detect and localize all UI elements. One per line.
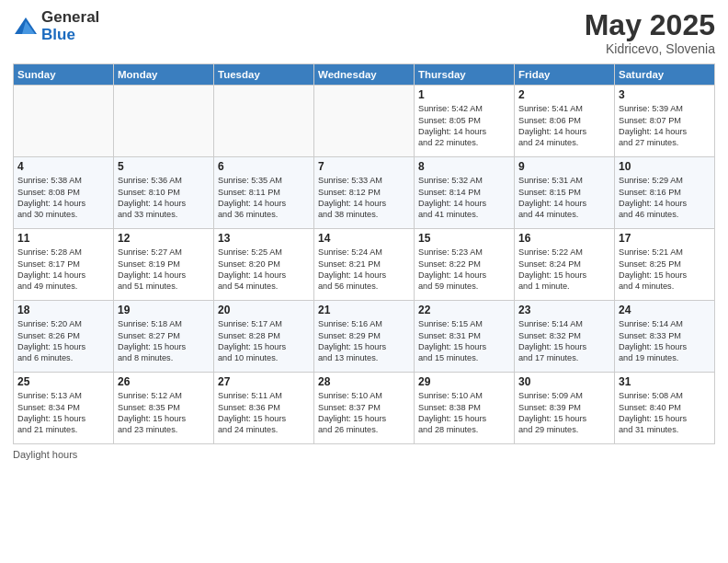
day-number: 28 <box>318 375 410 388</box>
calendar-cell: 28Sunrise: 5:10 AM Sunset: 8:37 PM Dayli… <box>314 373 415 444</box>
calendar-cell: 30Sunrise: 5:09 AM Sunset: 8:39 PM Dayli… <box>515 373 615 444</box>
calendar-cell: 14Sunrise: 5:24 AM Sunset: 8:21 PM Dayli… <box>314 229 415 301</box>
day-number: 6 <box>218 160 310 173</box>
day-detail: Sunrise: 5:22 AM Sunset: 8:24 PM Dayligh… <box>518 247 610 293</box>
calendar-cell: 25Sunrise: 5:13 AM Sunset: 8:34 PM Dayli… <box>14 373 114 444</box>
day-detail: Sunrise: 5:28 AM Sunset: 8:17 PM Dayligh… <box>17 247 109 293</box>
logo-blue-label: Blue <box>41 27 99 44</box>
day-detail: Sunrise: 5:12 AM Sunset: 8:35 PM Dayligh… <box>118 390 210 436</box>
day-number: 24 <box>619 304 711 316</box>
calendar-cell: 17Sunrise: 5:21 AM Sunset: 8:25 PM Dayli… <box>615 229 715 301</box>
day-detail: Sunrise: 5:29 AM Sunset: 8:16 PM Dayligh… <box>619 175 711 221</box>
day-number: 3 <box>619 88 711 101</box>
day-number: 25 <box>17 375 109 388</box>
footer-text: Daylight hours <box>13 449 77 460</box>
day-number: 15 <box>418 232 510 245</box>
day-number: 9 <box>518 160 610 173</box>
calendar-cell: 31Sunrise: 5:08 AM Sunset: 8:40 PM Dayli… <box>615 373 715 444</box>
calendar-cell: 7Sunrise: 5:33 AM Sunset: 8:12 PM Daylig… <box>314 157 415 229</box>
day-detail: Sunrise: 5:20 AM Sunset: 8:26 PM Dayligh… <box>17 318 109 364</box>
day-detail: Sunrise: 5:13 AM Sunset: 8:34 PM Dayligh… <box>17 390 109 436</box>
calendar-week-row: 18Sunrise: 5:20 AM Sunset: 8:26 PM Dayli… <box>14 301 715 373</box>
day-number: 20 <box>218 304 310 316</box>
day-number: 30 <box>518 375 610 388</box>
calendar-cell: 19Sunrise: 5:18 AM Sunset: 8:27 PM Dayli… <box>114 301 214 373</box>
day-number: 27 <box>218 375 310 388</box>
day-detail: Sunrise: 5:08 AM Sunset: 8:40 PM Dayligh… <box>619 390 711 436</box>
day-detail: Sunrise: 5:14 AM Sunset: 8:32 PM Dayligh… <box>518 318 610 364</box>
day-number: 12 <box>118 232 210 245</box>
day-detail: Sunrise: 5:32 AM Sunset: 8:14 PM Dayligh… <box>418 175 510 221</box>
day-number: 23 <box>518 304 610 316</box>
day-detail: Sunrise: 5:35 AM Sunset: 8:11 PM Dayligh… <box>218 175 310 221</box>
calendar-cell: 24Sunrise: 5:14 AM Sunset: 8:33 PM Dayli… <box>615 301 715 373</box>
day-detail: Sunrise: 5:09 AM Sunset: 8:39 PM Dayligh… <box>518 390 610 436</box>
day-detail: Sunrise: 5:23 AM Sunset: 8:22 PM Dayligh… <box>418 247 510 293</box>
day-detail: Sunrise: 5:18 AM Sunset: 8:27 PM Dayligh… <box>118 318 210 364</box>
calendar-week-row: 1Sunrise: 5:42 AM Sunset: 8:05 PM Daylig… <box>14 86 715 157</box>
logo: General Blue <box>13 9 99 43</box>
logo-icon <box>13 14 39 40</box>
day-number: 4 <box>17 160 109 173</box>
calendar-cell: 3Sunrise: 5:39 AM Sunset: 8:07 PM Daylig… <box>615 86 715 157</box>
calendar-cell <box>14 86 114 157</box>
day-detail: Sunrise: 5:27 AM Sunset: 8:19 PM Dayligh… <box>118 247 210 293</box>
day-number: 10 <box>619 160 711 173</box>
day-number: 14 <box>318 232 410 245</box>
calendar-cell: 8Sunrise: 5:32 AM Sunset: 8:14 PM Daylig… <box>415 157 515 229</box>
day-detail: Sunrise: 5:36 AM Sunset: 8:10 PM Dayligh… <box>118 175 210 221</box>
page: General Blue May 2025 Kidricevo, Sloveni… <box>0 0 728 563</box>
day-number: 7 <box>318 160 410 173</box>
day-number: 13 <box>218 232 310 245</box>
title-month: May 2025 <box>585 9 715 41</box>
day-detail: Sunrise: 5:24 AM Sunset: 8:21 PM Dayligh… <box>318 247 410 293</box>
day-detail: Sunrise: 5:10 AM Sunset: 8:37 PM Dayligh… <box>318 390 410 436</box>
day-detail: Sunrise: 5:41 AM Sunset: 8:06 PM Dayligh… <box>518 103 610 149</box>
day-detail: Sunrise: 5:10 AM Sunset: 8:38 PM Dayligh… <box>418 390 510 436</box>
day-number: 1 <box>418 88 510 101</box>
calendar-cell: 26Sunrise: 5:12 AM Sunset: 8:35 PM Dayli… <box>114 373 214 444</box>
calendar-cell: 12Sunrise: 5:27 AM Sunset: 8:19 PM Dayli… <box>114 229 214 301</box>
day-number: 16 <box>518 232 610 245</box>
title-location: Kidricevo, Slovenia <box>585 41 715 56</box>
day-detail: Sunrise: 5:11 AM Sunset: 8:36 PM Dayligh… <box>218 390 310 436</box>
title-block: May 2025 Kidricevo, Slovenia <box>585 9 715 56</box>
calendar-cell: 4Sunrise: 5:38 AM Sunset: 8:08 PM Daylig… <box>14 157 114 229</box>
calendar-cell: 21Sunrise: 5:16 AM Sunset: 8:29 PM Dayli… <box>314 301 415 373</box>
calendar-week-row: 4Sunrise: 5:38 AM Sunset: 8:08 PM Daylig… <box>14 157 715 229</box>
day-number: 19 <box>118 304 210 316</box>
header: General Blue May 2025 Kidricevo, Sloveni… <box>13 9 715 56</box>
day-detail: Sunrise: 5:16 AM Sunset: 8:29 PM Dayligh… <box>318 318 410 364</box>
calendar-cell: 11Sunrise: 5:28 AM Sunset: 8:17 PM Dayli… <box>14 229 114 301</box>
logo-general-label: General <box>41 9 99 27</box>
calendar-cell: 9Sunrise: 5:31 AM Sunset: 8:15 PM Daylig… <box>515 157 615 229</box>
calendar-cell <box>114 86 214 157</box>
calendar-day-header: Friday <box>515 64 615 86</box>
calendar-cell: 5Sunrise: 5:36 AM Sunset: 8:10 PM Daylig… <box>114 157 214 229</box>
day-detail: Sunrise: 5:39 AM Sunset: 8:07 PM Dayligh… <box>619 103 711 149</box>
calendar-cell: 23Sunrise: 5:14 AM Sunset: 8:32 PM Dayli… <box>515 301 615 373</box>
day-number: 2 <box>518 88 610 101</box>
calendar-cell: 2Sunrise: 5:41 AM Sunset: 8:06 PM Daylig… <box>515 86 615 157</box>
calendar-cell: 15Sunrise: 5:23 AM Sunset: 8:22 PM Dayli… <box>415 229 515 301</box>
day-detail: Sunrise: 5:17 AM Sunset: 8:28 PM Dayligh… <box>218 318 310 364</box>
calendar-cell: 27Sunrise: 5:11 AM Sunset: 8:36 PM Dayli… <box>214 373 314 444</box>
day-detail: Sunrise: 5:38 AM Sunset: 8:08 PM Dayligh… <box>17 175 109 221</box>
calendar-cell: 18Sunrise: 5:20 AM Sunset: 8:26 PM Dayli… <box>14 301 114 373</box>
calendar-cell <box>314 86 415 157</box>
calendar-day-header: Tuesday <box>214 64 314 86</box>
calendar-day-header: Wednesday <box>314 64 415 86</box>
day-detail: Sunrise: 5:25 AM Sunset: 8:20 PM Dayligh… <box>218 247 310 293</box>
calendar-cell <box>214 86 314 157</box>
day-detail: Sunrise: 5:42 AM Sunset: 8:05 PM Dayligh… <box>418 103 510 149</box>
calendar-day-header: Thursday <box>415 64 515 86</box>
calendar-week-row: 25Sunrise: 5:13 AM Sunset: 8:34 PM Dayli… <box>14 373 715 444</box>
calendar: SundayMondayTuesdayWednesdayThursdayFrid… <box>13 63 715 444</box>
calendar-cell: 13Sunrise: 5:25 AM Sunset: 8:20 PM Dayli… <box>214 229 314 301</box>
day-number: 22 <box>418 304 510 316</box>
day-detail: Sunrise: 5:21 AM Sunset: 8:25 PM Dayligh… <box>619 247 711 293</box>
day-number: 8 <box>418 160 510 173</box>
day-number: 26 <box>118 375 210 388</box>
day-detail: Sunrise: 5:31 AM Sunset: 8:15 PM Dayligh… <box>518 175 610 221</box>
day-number: 31 <box>619 375 711 388</box>
